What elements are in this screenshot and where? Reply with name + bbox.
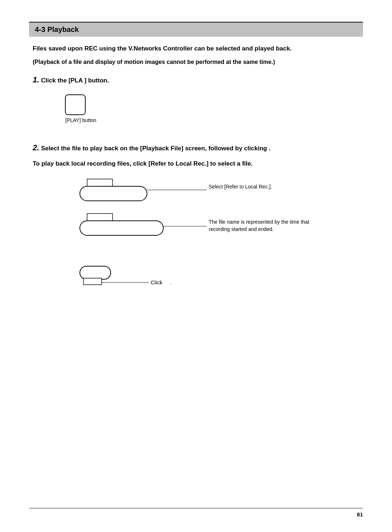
page-number: 81 [29, 511, 363, 517]
step2-main-text: Select the file to play back on the [Pla… [41, 145, 267, 152]
svg-rect-2 [80, 186, 147, 201]
step1-number: 1. [33, 75, 39, 84]
svg-rect-0 [65, 95, 85, 115]
bottom-border [29, 508, 363, 508]
step2-title: 2. Select the file to play back on the [… [33, 142, 359, 154]
svg-rect-11 [83, 278, 102, 285]
svg-text:recording started and ended.: recording started and ended. [209, 226, 274, 232]
svg-rect-1 [87, 179, 113, 187]
step-1: 1. Click the [PLA ] button. [PLAY] butto… [33, 74, 359, 131]
step2-diagram-svg: Select [Refer to Local Rec.]. The file n… [76, 175, 323, 255]
svg-rect-10 [80, 266, 111, 279]
svg-text:Select [Refer to Local Rec.].: Select [Refer to Local Rec.]. [209, 184, 272, 190]
section-header: 4-3 Playback [29, 23, 363, 37]
page-container: 4-3 Playback Files saved upon REC using … [0, 0, 392, 532]
section-title: 4-3 Playback [35, 25, 79, 33]
svg-text:Click: Click [151, 279, 163, 285]
bottom-section: 81 [29, 508, 363, 517]
play-button-svg: [PLAY] button [62, 93, 120, 129]
svg-rect-5 [87, 214, 113, 222]
intro-note: (Playback of a file and display of motio… [33, 58, 359, 66]
step2-trailing-dot: . [269, 145, 270, 152]
step1-title: 1. Click the [PLA ] button. [33, 74, 359, 86]
step2-bottom-svg: Click . [76, 263, 250, 299]
play-button-label: [PLAY] button [65, 117, 96, 123]
svg-text:.: . [171, 279, 172, 285]
intro-main: Files saved upon REC using the V.Network… [33, 44, 359, 53]
step-2: 2. Select the file to play back on the [… [33, 142, 359, 299]
main-content: Files saved upon REC using the V.Network… [29, 44, 363, 299]
step1-label: Click the [PLA ] button. [41, 77, 109, 84]
svg-text:The file name is represented b: The file name is represented by the time… [209, 219, 309, 225]
svg-rect-6 [80, 221, 163, 235]
step1-diagram: [PLAY] button [62, 93, 359, 131]
step2-number: 2. [33, 143, 39, 152]
step2-sub: To play back local recording files, clic… [33, 159, 359, 168]
